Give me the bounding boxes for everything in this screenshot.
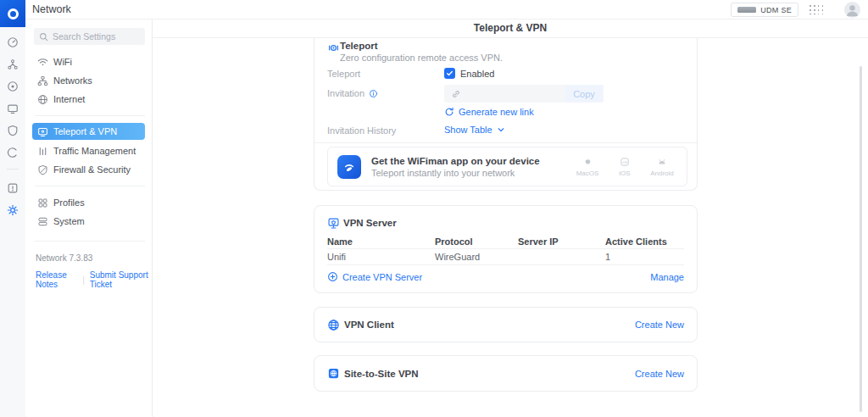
show-table-label: Show Table [444,125,492,135]
manage-button[interactable]: Manage [650,272,684,282]
search-input[interactable]: Search Settings [34,28,145,45]
app-title: Network [32,3,71,15]
networks-icon [37,75,48,86]
sidebar-item-firewall-security[interactable]: Firewall & Security [25,160,152,179]
platform-ios[interactable]: iOS iOS [612,157,637,177]
sidebar-item-label: Internet [53,94,85,104]
sidebar-item-teleport-vpn[interactable]: Teleport & VPN [32,123,145,140]
sidebar-item-label: System [53,216,85,226]
teleport-section-title: Teleport [340,41,378,51]
link-separator: | [82,275,85,285]
vpn-client-card: VPN Client Create New [314,307,698,342]
sidebar-item-internet[interactable]: Internet [25,90,152,108]
generate-new-link-button[interactable]: Generate new link [444,107,534,117]
app-rail [0,0,25,417]
sidebar-item-traffic-management[interactable]: Traffic Management [25,142,152,160]
vpn-client-globe-icon [327,319,340,331]
wifiman-glyph [342,159,357,175]
console-device-image [737,7,756,13]
vpn-server-icon [327,217,340,230]
invitation-link-input[interactable]: Copy [444,85,604,103]
wifiman-title: Get the WiFiman app on your device [371,156,540,166]
traffic-management-icon [37,146,48,157]
chevron-down-icon [497,125,505,134]
vpn-server-table-row[interactable]: Unifi WireGuard 1 [327,249,684,265]
teleport-vpn-icon [37,126,48,137]
refresh-icon [444,107,454,117]
dashboard-icon[interactable] [7,36,19,48]
platform-macos[interactable]: MacOS [575,157,600,177]
firewall-shield-icon [37,164,48,175]
release-notes-link[interactable]: Release Notes [36,270,77,289]
col-header-protocol: Protocol [435,236,473,247]
user-avatar[interactable] [844,2,860,18]
platform-android[interactable]: Android [649,157,675,177]
settings-gear-icon[interactable] [7,204,19,216]
vpn-server-table-header: Name Protocol Server IP Active Clients [327,236,684,249]
sidebar-item-system[interactable]: System [25,212,152,231]
sidebar-item-label: Traffic Management [53,146,136,156]
scrollbar-thumb[interactable] [860,66,862,412]
show-table-button[interactable]: Show Table [444,125,505,135]
client-devices-icon[interactable] [7,103,19,114]
sidebar-divider [35,115,145,116]
wifiman-subtitle: Teleport instantly into your network [371,168,540,178]
sidebar-divider [35,241,145,242]
page-title: Teleport & VPN [153,19,868,38]
sidebar-divider [35,186,145,186]
insights-shield-icon[interactable] [7,125,19,136]
vpn-client-title: VPN Client [344,320,394,330]
main-content: Teleport & VPN Teleport Zero configurati… [153,19,868,417]
copy-button[interactable]: Copy [565,85,604,103]
console-selector[interactable]: UDM SE [731,3,798,17]
topbar: Network UDM SE [25,0,868,19]
site-to-site-create-new-button[interactable]: Create New [635,369,684,379]
invitation-label-text: Invitation [327,88,364,98]
system-log-icon[interactable] [7,182,19,194]
sidebar-item-wifi[interactable]: WiFi [25,53,152,71]
platform-label: MacOS [576,170,599,177]
card-divider [314,142,697,143]
rail-divider [7,169,19,170]
app-launcher-icon[interactable] [810,5,824,15]
vpn-server-title: VPN Server [343,218,397,228]
cell-protocol: WireGuard [435,252,480,262]
cell-name: Unifi [327,252,346,262]
apple-icon [583,157,593,167]
support-ticket-link[interactable]: Submit Support Ticket [90,270,152,289]
platform-label: iOS [619,170,630,177]
search-icon [39,32,48,42]
teleport-section-subtitle: Zero configuration remote access VPN. [340,53,503,63]
unifi-logo[interactable] [0,0,25,27]
teleport-enabled-checkbox[interactable] [444,68,455,79]
sidebar-item-label: WiFi [53,57,72,67]
sidebar-item-label: Networks [53,75,92,86]
site-to-site-title: Site-to-Site VPN [344,369,419,379]
info-icon[interactable] [369,89,378,98]
invitation-row-label: Invitation [327,88,378,98]
col-header-server-ip: Server IP [518,236,559,247]
site-to-site-card: Site-to-Site VPN Create New [314,355,698,392]
platform-label: Android [650,170,674,177]
wifi-icon [37,57,48,68]
unifi-devices-icon[interactable] [7,81,19,92]
sidebar-item-profiles[interactable]: Profiles [25,193,152,212]
enabled-label: Enabled [460,69,494,79]
create-vpn-server-button[interactable]: Create VPN Server [327,271,422,282]
col-header-active-clients: Active Clients [605,236,667,247]
svg-text:iOS: iOS [622,160,627,164]
sidebar-item-networks[interactable]: Networks [25,71,152,90]
teleport-icon [327,42,340,54]
vpn-server-card: VPN Server Name Protocol Server IP Activ… [314,205,698,293]
invitation-history-label: Invitation History [327,125,396,136]
topology-icon[interactable] [7,58,19,70]
version-text: Network 7.3.83 [36,253,152,263]
create-vpn-server-label: Create VPN Server [342,272,422,282]
profiles-icon [37,197,48,208]
circle-plus-icon [327,271,338,282]
vpn-client-create-new-button[interactable]: Create New [635,320,684,330]
check-icon [446,70,453,77]
search-placeholder: Search Settings [53,31,115,42]
wifiman-ring-icon[interactable] [7,147,19,158]
system-icon [37,216,48,227]
